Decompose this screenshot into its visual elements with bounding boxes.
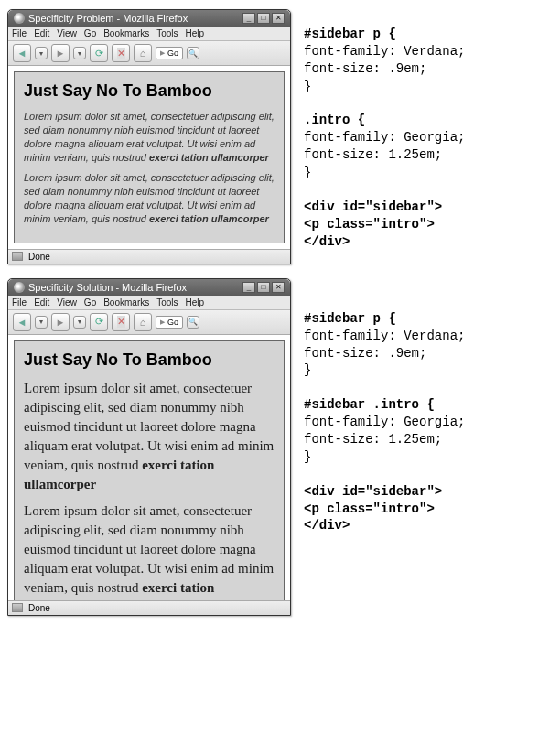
sidebar-demo-box: Just Say No To Bamboo Lorem ipsum dolor … <box>14 71 285 243</box>
back-dropdown[interactable]: ▾ <box>35 47 48 59</box>
menu-bookmarks[interactable]: Bookmarks <box>103 297 149 307</box>
stop-button[interactable] <box>112 313 130 331</box>
back-button[interactable] <box>13 44 31 62</box>
reload-button[interactable] <box>90 313 108 331</box>
browser-window-solution: Specificity Solution - Mozilla Firefox _… <box>7 278 291 616</box>
intro-paragraph-1: Lorem ipsum dolor sit amet, consectetuer… <box>24 379 275 494</box>
toolbar: ▾ ▾ Go 🔍 <box>8 310 290 335</box>
sidebar-demo-box: Just Say No To Bamboo Lorem ipsum dolor … <box>14 340 285 600</box>
browser-window-problem: Specificity Problem - Mozilla Firefox _ … <box>7 9 291 264</box>
menu-tools[interactable]: Tools <box>156 28 178 38</box>
menu-help[interactable]: Help <box>186 28 205 38</box>
figure-problem: Specificity Problem - Mozilla Firefox _ … <box>0 9 560 264</box>
menu-view[interactable]: View <box>57 28 77 38</box>
forward-dropdown[interactable]: ▾ <box>73 316 86 329</box>
window-controls: _ □ ✕ <box>242 282 285 293</box>
status-text: Done <box>28 252 50 262</box>
intro-paragraph-1: Lorem ipsum dolor sit amet, consectetuer… <box>24 110 275 164</box>
menu-go[interactable]: Go <box>84 28 96 38</box>
viewport: Just Say No To Bamboo Lorem ipsum dolor … <box>8 66 290 249</box>
page-heading: Just Say No To Bamboo <box>24 81 275 101</box>
menubar: File Edit View Go Bookmarks Tools Help <box>8 296 290 310</box>
stop-button[interactable] <box>112 44 130 62</box>
statusbar: Done <box>8 249 290 264</box>
intro-paragraph-2: Lorem ipsum dolor sit amet, consectetuer… <box>24 171 275 225</box>
reload-button[interactable] <box>90 44 108 62</box>
menu-go[interactable]: Go <box>84 297 96 307</box>
forward-button[interactable] <box>51 44 70 62</box>
close-button[interactable]: ✕ <box>272 13 285 24</box>
home-button[interactable] <box>134 44 152 62</box>
maximize-button[interactable]: □ <box>257 282 270 293</box>
menu-view[interactable]: View <box>57 297 77 307</box>
titlebar: Specificity Solution - Mozilla Firefox _… <box>8 279 290 296</box>
statusbar: Done <box>8 600 290 615</box>
menu-help[interactable]: Help <box>186 297 205 307</box>
menu-bookmarks[interactable]: Bookmarks <box>103 28 149 38</box>
search-icon[interactable]: 🔍 <box>187 47 199 59</box>
minimize-button[interactable]: _ <box>242 13 255 24</box>
page-heading: Just Say No To Bamboo <box>24 351 275 370</box>
menu-file[interactable]: File <box>12 28 27 38</box>
menu-edit[interactable]: Edit <box>34 28 49 38</box>
menu-file[interactable]: File <box>12 297 27 307</box>
code-block-solution: #sidebar p { font-family: Verdana; font-… <box>291 278 560 535</box>
forward-button[interactable] <box>51 313 70 331</box>
window-title: Specificity Solution - Mozilla Firefox <box>28 282 187 293</box>
back-dropdown[interactable]: ▾ <box>35 316 48 329</box>
forward-dropdown[interactable]: ▾ <box>73 47 86 59</box>
titlebar: Specificity Problem - Mozilla Firefox _ … <box>8 10 290 27</box>
menu-edit[interactable]: Edit <box>34 297 49 307</box>
status-icon <box>12 603 23 612</box>
minimize-button[interactable]: _ <box>242 282 255 293</box>
close-button[interactable]: ✕ <box>272 282 285 293</box>
go-button[interactable]: Go <box>156 47 183 59</box>
maximize-button[interactable]: □ <box>257 13 270 24</box>
viewport: Just Say No To Bamboo Lorem ipsum dolor … <box>8 335 290 600</box>
window-controls: _ □ ✕ <box>242 13 285 24</box>
go-button[interactable]: Go <box>156 316 183 329</box>
menu-tools[interactable]: Tools <box>156 297 178 307</box>
toolbar: ▾ ▾ Go 🔍 <box>8 41 290 66</box>
menubar: File Edit View Go Bookmarks Tools Help <box>8 27 290 41</box>
status-icon <box>12 252 23 261</box>
intro-paragraph-2: Lorem ipsum dolor sit amet, consectetuer… <box>24 502 275 600</box>
search-icon[interactable]: 🔍 <box>187 316 199 329</box>
figure-solution: Specificity Solution - Mozilla Firefox _… <box>0 278 560 616</box>
home-button[interactable] <box>134 313 152 331</box>
window-title: Specificity Problem - Mozilla Firefox <box>28 13 188 24</box>
code-block-problem: #sidebar p { font-family: Verdana; font-… <box>291 9 560 251</box>
status-text: Done <box>28 603 50 613</box>
firefox-icon <box>14 282 25 293</box>
back-button[interactable] <box>13 313 31 331</box>
firefox-icon <box>14 13 25 24</box>
